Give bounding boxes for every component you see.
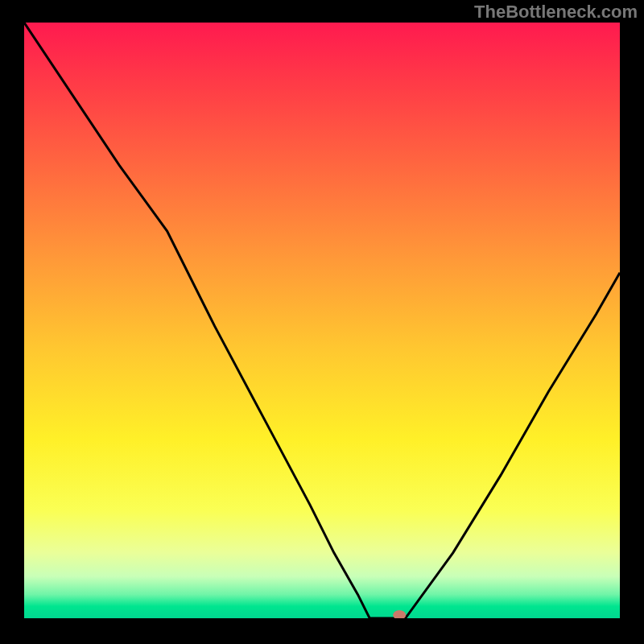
curve-minimum-marker	[393, 610, 406, 618]
chart-container: TheBottleneck.com	[0, 0, 644, 644]
chart-svg	[24, 23, 620, 618]
bottleneck-curve-path	[24, 23, 620, 618]
plot-area	[24, 23, 620, 618]
watermark-text: TheBottleneck.com	[474, 2, 638, 23]
